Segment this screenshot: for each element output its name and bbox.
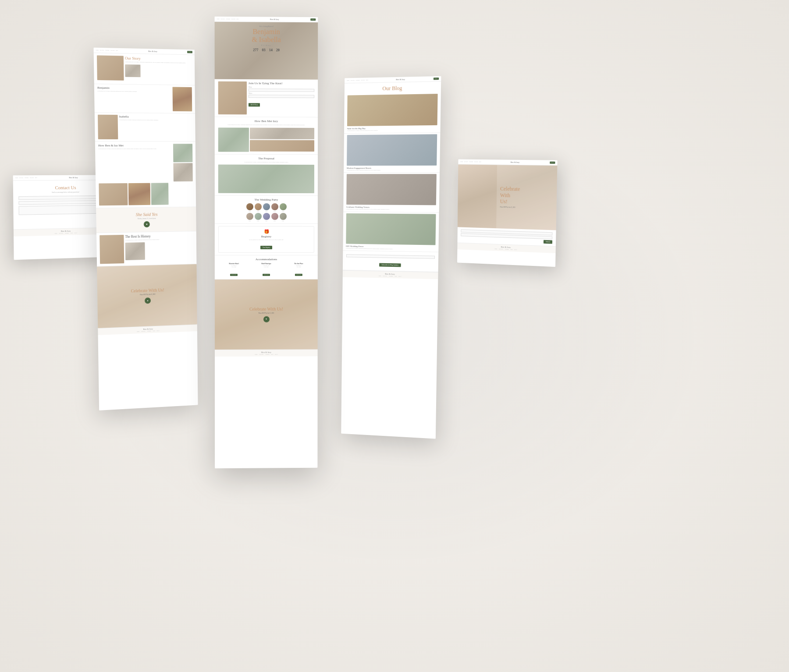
- blog-subscribe-email-field[interactable]: [346, 254, 435, 258]
- main-celebrate-title: Celebrate With Us!: [249, 306, 283, 311]
- main-proposal-section: The Proposal Lorem ipsum dolor sit amet,…: [215, 154, 318, 195]
- main-hotel3-address: 789 Elm StCity, State: [283, 265, 314, 268]
- story-our-story-section: Our Story Lorem ipsum dolor sit amet, co…: [94, 53, 195, 85]
- blog-footer-home: Home: [379, 275, 381, 276]
- main-when-field[interactable]: [249, 88, 314, 92]
- main-card: Home Our Story Schedule The Knot Blog Be…: [215, 17, 318, 468]
- main-party-person9: Name: [271, 212, 278, 221]
- main-rsvp-now-btn[interactable]: RSVP Now: [249, 103, 260, 106]
- contact-footer-rsvp: RSVP: [75, 232, 77, 233]
- story-nav-home: Home: [96, 50, 99, 51]
- main-hotel3-name: The Inn Place: [283, 263, 314, 265]
- blog-footer-blog: Blog: [394, 276, 397, 277]
- story-nav-links: Home Our Story Schedule The Knot Blog: [96, 50, 118, 51]
- main-how-met-text: Lorem ipsum dolor sit amet, consectetur …: [218, 124, 314, 126]
- main-proposal-text: Lorem ipsum dolor sit amet, consectetur …: [218, 161, 314, 163]
- main-countdown-min-label: Min: [269, 52, 273, 53]
- blog-subscribe-btn[interactable]: Subscribe for Blog Updates: [379, 263, 401, 267]
- celebrate-text-overlay: Celebrate With Us! Please RSVP by Jun 21…: [496, 165, 557, 230]
- story-our-story-text: Lorem ipsum dolor sit amet, consectetur …: [125, 61, 192, 64]
- main-hero-name-line1: Benjamin: [252, 28, 280, 35]
- main-join-us-content: Join Us In Tying The Knot! When: Where: …: [249, 81, 314, 115]
- celebrate-card-wrapper: Home Our Story Schedule The Knot Blog Be…: [457, 159, 558, 267]
- story-nav-schedule: Schedule: [105, 50, 109, 51]
- main-party-person7: Name: [254, 212, 261, 221]
- main-footer-home: Home: [255, 354, 257, 355]
- story-celebrate-section: Celebrate With Us! Please RSVP by Jun 21…: [97, 264, 197, 328]
- celebrate-footer-schedule: Schedule: [505, 249, 509, 250]
- celebrate-big-title: Celebrate With Us!: [500, 186, 554, 206]
- main-hotels: Marriott Hotel 123 Main StCity, State Bo…: [218, 263, 314, 277]
- main-how-met-title: How Ben Met Izzy: [218, 119, 314, 123]
- story-nav-knot: The Knot: [110, 50, 115, 51]
- story-celebrate-rsvp: Please RSVP by Jun 21, 2023: [140, 294, 155, 296]
- main-hero-name-line2: & Isabella: [252, 35, 281, 43]
- celebrate-nav-story: Our Story: [464, 161, 468, 163]
- contact-nav-story: Our Story: [19, 177, 23, 178]
- story-she-said-yes-title: She Said Yes: [99, 212, 193, 218]
- story-isabella-text: Lorem ipsum dolor sit amet consectetur a…: [119, 119, 192, 121]
- story-isabella-name: Isabella: [119, 115, 192, 119]
- story-how-met-section: How Ben & Izz Met Lorem ipsum dolor sit …: [95, 141, 196, 208]
- main-footer-story: Our Story: [259, 354, 263, 355]
- contact-footer-story: Our Story: [59, 233, 63, 234]
- main-join-us-photo: [218, 81, 247, 115]
- main-wedding-party-title: The Wedding Party: [218, 198, 314, 201]
- main-footer-rsvp: RSVP: [275, 354, 277, 355]
- main-how-met-photos: [218, 127, 314, 152]
- contact-nav-registry: The Knot: [30, 177, 34, 178]
- story-header-title: Ben & Izzy: [118, 50, 187, 53]
- story-rsvp-btn[interactable]: RSVP: [187, 51, 192, 53]
- main-accommodations-section: Accommodations Marriott Hotel 123 Main S…: [215, 255, 318, 279]
- main-card-wrapper: Home Our Story Schedule The Knot Blog Be…: [215, 17, 318, 468]
- main-where-label: Where:: [249, 92, 314, 95]
- main-hotel2-btn[interactable]: Book Now: [263, 273, 270, 276]
- main-registry-title: Registry: [221, 234, 311, 238]
- main-party-person8: Name: [263, 212, 270, 221]
- main-footer-nav: Home Our Story Schedule Blog RSVP: [217, 354, 315, 355]
- blog-post2-text: Lorem ipsum dolor sit amet consectetur a…: [347, 169, 437, 171]
- celebrate-title-word3: Us!: [500, 198, 508, 205]
- story-celebrate-icon: ♥: [145, 297, 151, 304]
- blog-rsvp-btn[interactable]: RSVP: [434, 78, 439, 80]
- main-hero-text: We're Getting Married! Benjamin & Isabel…: [215, 25, 318, 54]
- contact-nav-schedule: Schedule: [25, 177, 28, 178]
- main-wedding-party-section: The Wedding Party Name Name Name Name Na…: [215, 195, 318, 223]
- main-hotel2-name: Hotel Boutique: [251, 263, 282, 265]
- story-footer-story: Our Story: [141, 331, 146, 332]
- contact-footer-home: Home: [55, 233, 57, 234]
- main-countdown-min: 14 Min: [269, 48, 273, 53]
- blog-nav-story: Our Story: [350, 80, 355, 81]
- story-footer-rsvp: RSVP: [156, 330, 159, 332]
- celebrate-nav-knot: The Knot: [474, 161, 478, 163]
- main-how-met-section: How Ben Met Izzy Lorem ipsum dolor sit a…: [215, 117, 318, 155]
- story-how-met-text: Lorem ipsum dolor sit amet, consectetur …: [98, 148, 172, 150]
- main-where-field[interactable]: [249, 95, 314, 98]
- celebrate-footer-rsvp: RSVP: [514, 249, 517, 250]
- main-countdown: 277 Days 03 Hours 14 Min 20: [215, 48, 318, 53]
- celebrate-rsvp-btn[interactable]: RSVP: [550, 162, 555, 164]
- main-registry-text: We are registered at several stores. Cli…: [221, 239, 311, 241]
- main-footer-couple: Ben & Izzy: [217, 351, 315, 354]
- blog-post3: Celebrate Wedding Venues Lorem ipsum dol…: [343, 173, 440, 212]
- celebrate-submit-btn[interactable]: Submit: [544, 240, 552, 244]
- celebrate-hero: Celebrate With Us! Please RSVP by Jun 21…: [458, 164, 558, 230]
- main-hotel1-btn[interactable]: Book Now: [230, 274, 238, 276]
- main-nav-knot: The Knot: [231, 18, 236, 20]
- main-rsvp-btn[interactable]: RSVP: [310, 18, 316, 21]
- main-countdown-hours-label: Hours: [262, 52, 266, 53]
- celebrate-footer-story: Our Story: [499, 248, 503, 250]
- main-celebrate-bottom: Celebrate With Us! Please RSVP by Jun 21…: [215, 279, 318, 349]
- scene: Home Our Story Schedule The Knot Blog Be…: [0, 0, 789, 672]
- blog-post2: Modern Engagement Shoots Lorem ipsum dol…: [344, 133, 440, 173]
- main-hotel3-btn[interactable]: Book Now: [295, 273, 302, 276]
- main-countdown-days: 277 Days: [253, 48, 258, 53]
- story-nav-story: Our Story: [100, 50, 104, 51]
- main-registry-btn[interactable]: View Registry: [260, 246, 272, 249]
- main-footer-blog: Blog: [271, 354, 273, 355]
- main-nav-story: Our Story: [220, 18, 225, 20]
- contact-footer-blog: Blog: [71, 233, 73, 234]
- main-party-person2: Name: [254, 203, 261, 211]
- main-party-person10: Name: [280, 212, 287, 221]
- story-our-story-title: Our Story: [125, 56, 192, 62]
